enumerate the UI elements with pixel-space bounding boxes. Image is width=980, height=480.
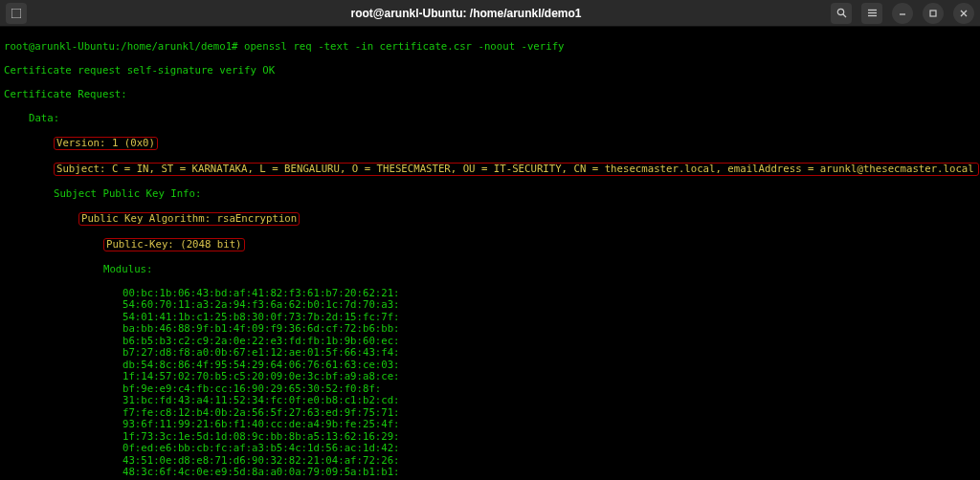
modulus-line: ba:bb:46:88:9f:b1:4f:09:f9:36:6d:cf:72:b… xyxy=(4,323,976,336)
maximize-icon xyxy=(928,9,938,18)
modulus-line: 0f:ed:e6:bb:cb:fc:af:a3:b5:4c:1d:56:ac:1… xyxy=(4,443,976,455)
version-text: Version: 1 (0x0) xyxy=(56,137,155,149)
hamburger-icon xyxy=(867,8,878,18)
maximize-button[interactable] xyxy=(923,3,944,24)
close-button[interactable] xyxy=(953,3,974,24)
new-tab-button[interactable] xyxy=(6,3,27,24)
modulus-line: 31:bc:fd:43:a4:11:52:34:fc:0f:e0:b8:c1:b… xyxy=(4,395,976,407)
modulus-header: Modulus: xyxy=(4,264,976,276)
modulus-line: b7:27:d8:f8:a0:0b:67:e1:12:ae:01:5f:66:4… xyxy=(4,347,976,360)
minimize-icon xyxy=(898,9,907,18)
command-line: root@arunkl-Ubuntu:/home/arunkl/demo1# o… xyxy=(4,41,976,54)
data-header: Data: xyxy=(4,113,976,125)
terminal-icon xyxy=(11,9,21,18)
spki-header: Subject Public Key Info: xyxy=(4,188,976,201)
pubkey-bits-text: Public-Key: (2048 bit) xyxy=(106,238,242,251)
version-row: Version: 1 (0x0) xyxy=(4,137,976,151)
subject-row: Subject: C = IN, ST = KARNATAKA, L = BEN… xyxy=(4,163,976,177)
modulus-line: 93:6f:11:99:21:6b:f1:40:cc:de:a4:9b:fe:2… xyxy=(4,419,976,431)
menu-button[interactable] xyxy=(861,3,882,24)
search-icon xyxy=(836,8,847,18)
svg-point-1 xyxy=(837,9,843,14)
modulus-block: 00:bc:1b:06:43:bd:af:41:82:f3:61:b7:20:6… xyxy=(4,288,976,481)
modulus-line: 54:60:70:11:a3:2a:94:f3:6a:62:b0:1c:7d:7… xyxy=(4,299,976,312)
minimize-button[interactable] xyxy=(892,3,913,24)
close-icon xyxy=(959,9,969,18)
cert-request-header: Certificate Request: xyxy=(4,89,976,101)
svg-rect-7 xyxy=(930,11,936,16)
command-text: openssl req -text -in certificate.csr -n… xyxy=(238,40,565,53)
terminal-pane[interactable]: root@arunkl-Ubuntu:/home/arunkl/demo1# o… xyxy=(0,27,980,480)
modulus-line: 48:3c:6f:4c:0e:e9:5d:8a:a0:0a:79:09:5a:b… xyxy=(4,467,976,479)
svg-rect-0 xyxy=(11,9,21,18)
modulus-line: 1f:14:57:02:70:b5:c5:20:09:0e:3c:bf:a9:a… xyxy=(4,371,976,383)
pubkey-alg-text: Public Key Algorithm: rsaEncryption xyxy=(81,212,297,225)
window-title: root@arunkl-Ubuntu: /home/arunkl/demo1 xyxy=(121,7,812,20)
subject-text: Subject: C = IN, ST = KARNATAKA, L = BEN… xyxy=(56,163,974,175)
window-titlebar: root@arunkl-Ubuntu: /home/arunkl/demo1 xyxy=(0,0,980,27)
pubkey-bits-row: Public-Key: (2048 bit) xyxy=(4,238,976,252)
prompt: root@arunkl-Ubuntu:/home/arunkl/demo1# xyxy=(4,40,238,53)
verify-status: Certificate request self-signature verif… xyxy=(4,65,976,77)
pubkey-alg-row: Public Key Algorithm: rsaEncryption xyxy=(4,212,976,227)
svg-line-2 xyxy=(843,14,846,17)
search-button[interactable] xyxy=(831,3,852,24)
